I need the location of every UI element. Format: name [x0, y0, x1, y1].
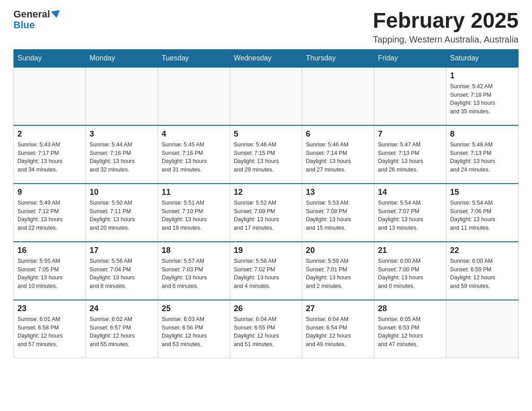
day-number: 8	[450, 129, 515, 139]
calendar-day-16: 16Sunrise: 5:55 AMSunset: 7:05 PMDayligh…	[14, 242, 86, 300]
header-thursday: Thursday	[302, 49, 374, 67]
calendar-header-row: SundayMondayTuesdayWednesdayThursdayFrid…	[14, 49, 519, 67]
day-info: Sunrise: 5:47 AMSunset: 7:13 PMDaylight:…	[378, 141, 442, 174]
calendar-day-8: 8Sunrise: 5:48 AMSunset: 7:13 PMDaylight…	[446, 125, 519, 184]
title-section: February 2025 Tapping, Western Australia…	[373, 9, 519, 45]
day-number: 27	[306, 304, 370, 313]
day-info: Sunrise: 6:00 AMSunset: 7:00 PMDaylight:…	[378, 257, 442, 291]
day-number: 23	[17, 304, 82, 313]
calendar-day-26: 26Sunrise: 6:04 AMSunset: 6:55 PMDayligh…	[230, 300, 302, 358]
day-info: Sunrise: 6:01 AMSunset: 6:58 PMDaylight:…	[17, 315, 82, 349]
day-info: Sunrise: 5:52 AMSunset: 7:09 PMDaylight:…	[234, 199, 298, 232]
day-number: 3	[90, 129, 154, 139]
calendar-day-9: 9Sunrise: 5:49 AMSunset: 7:12 PMDaylight…	[14, 184, 86, 242]
header-friday: Friday	[374, 49, 446, 67]
day-info: Sunrise: 5:58 AMSunset: 7:02 PMDaylight:…	[234, 257, 298, 291]
calendar-day-10: 10Sunrise: 5:50 AMSunset: 7:11 PMDayligh…	[86, 184, 158, 242]
calendar-day-24: 24Sunrise: 6:02 AMSunset: 6:57 PMDayligh…	[86, 300, 158, 358]
day-number: 20	[306, 246, 370, 255]
calendar-day-19: 19Sunrise: 5:58 AMSunset: 7:02 PMDayligh…	[230, 242, 302, 300]
calendar-day-20: 20Sunrise: 5:59 AMSunset: 7:01 PMDayligh…	[302, 242, 374, 300]
day-info: Sunrise: 6:05 AMSunset: 6:53 PMDaylight:…	[378, 315, 442, 349]
header-sunday: Sunday	[14, 49, 86, 67]
logo-general-text: General	[13, 9, 50, 20]
day-number: 28	[378, 304, 442, 313]
day-info: Sunrise: 5:50 AMSunset: 7:11 PMDaylight:…	[90, 199, 154, 232]
day-number: 7	[378, 129, 442, 139]
header-saturday: Saturday	[446, 49, 519, 67]
logo: General Blue	[13, 9, 62, 30]
calendar-day-empty	[230, 67, 302, 125]
logo-blue-text: Blue	[13, 19, 35, 30]
location-text: Tapping, Western Australia, Australia	[373, 34, 519, 45]
day-info: Sunrise: 5:54 AMSunset: 7:07 PMDaylight:…	[378, 199, 442, 232]
day-info: Sunrise: 5:54 AMSunset: 7:06 PMDaylight:…	[450, 199, 515, 232]
calendar-day-18: 18Sunrise: 5:57 AMSunset: 7:03 PMDayligh…	[158, 242, 230, 300]
day-info: Sunrise: 6:04 AMSunset: 6:54 PMDaylight:…	[306, 315, 370, 349]
day-number: 21	[378, 246, 442, 255]
calendar-day-28: 28Sunrise: 6:05 AMSunset: 6:53 PMDayligh…	[374, 300, 446, 358]
calendar-day-21: 21Sunrise: 6:00 AMSunset: 7:00 PMDayligh…	[374, 242, 446, 300]
calendar-day-12: 12Sunrise: 5:52 AMSunset: 7:09 PMDayligh…	[230, 184, 302, 242]
day-number: 6	[306, 129, 370, 139]
day-info: Sunrise: 5:55 AMSunset: 7:05 PMDaylight:…	[17, 257, 82, 291]
day-number: 5	[234, 129, 298, 139]
logo-triangle-icon	[51, 10, 61, 18]
day-number: 18	[162, 246, 226, 255]
day-number: 11	[162, 188, 226, 197]
calendar-day-empty	[446, 300, 519, 358]
calendar-day-7: 7Sunrise: 5:47 AMSunset: 7:13 PMDaylight…	[374, 125, 446, 184]
calendar-day-27: 27Sunrise: 6:04 AMSunset: 6:54 PMDayligh…	[302, 300, 374, 358]
calendar-day-17: 17Sunrise: 5:56 AMSunset: 7:04 PMDayligh…	[86, 242, 158, 300]
calendar-day-empty	[158, 67, 230, 125]
day-info: Sunrise: 5:56 AMSunset: 7:04 PMDaylight:…	[90, 257, 154, 291]
header-tuesday: Tuesday	[158, 49, 230, 67]
day-info: Sunrise: 5:53 AMSunset: 7:08 PMDaylight:…	[306, 199, 370, 232]
day-info: Sunrise: 5:42 AMSunset: 7:18 PMDaylight:…	[450, 82, 515, 116]
day-info: Sunrise: 5:44 AMSunset: 7:16 PMDaylight:…	[90, 141, 154, 174]
day-info: Sunrise: 5:48 AMSunset: 7:13 PMDaylight:…	[450, 141, 515, 174]
day-number: 17	[90, 246, 154, 255]
calendar-day-2: 2Sunrise: 5:43 AMSunset: 7:17 PMDaylight…	[14, 125, 86, 184]
calendar-day-4: 4Sunrise: 5:45 AMSunset: 7:16 PMDaylight…	[158, 125, 230, 184]
day-number: 12	[234, 188, 298, 197]
day-number: 10	[90, 188, 154, 197]
day-number: 25	[162, 304, 226, 313]
calendar-day-13: 13Sunrise: 5:53 AMSunset: 7:08 PMDayligh…	[302, 184, 374, 242]
calendar-day-15: 15Sunrise: 5:54 AMSunset: 7:06 PMDayligh…	[446, 184, 519, 242]
calendar-day-3: 3Sunrise: 5:44 AMSunset: 7:16 PMDaylight…	[86, 125, 158, 184]
header-monday: Monday	[86, 49, 158, 67]
day-info: Sunrise: 5:43 AMSunset: 7:17 PMDaylight:…	[17, 141, 82, 174]
day-number: 1	[450, 71, 515, 81]
calendar-day-empty	[86, 67, 158, 125]
day-number: 22	[450, 246, 515, 255]
calendar-day-22: 22Sunrise: 6:00 AMSunset: 6:59 PMDayligh…	[446, 242, 519, 300]
day-info: Sunrise: 6:00 AMSunset: 6:59 PMDaylight:…	[450, 257, 515, 291]
calendar-day-11: 11Sunrise: 5:51 AMSunset: 7:10 PMDayligh…	[158, 184, 230, 242]
day-info: Sunrise: 6:03 AMSunset: 6:56 PMDaylight:…	[162, 315, 226, 349]
day-number: 4	[162, 129, 226, 139]
calendar-day-empty	[302, 67, 374, 125]
calendar-week-2: 2Sunrise: 5:43 AMSunset: 7:17 PMDaylight…	[14, 125, 519, 184]
day-info: Sunrise: 5:51 AMSunset: 7:10 PMDaylight:…	[162, 199, 226, 232]
calendar-week-4: 16Sunrise: 5:55 AMSunset: 7:05 PMDayligh…	[14, 242, 519, 300]
calendar-day-5: 5Sunrise: 5:46 AMSunset: 7:15 PMDaylight…	[230, 125, 302, 184]
header-wednesday: Wednesday	[230, 49, 302, 67]
calendar-day-6: 6Sunrise: 5:46 AMSunset: 7:14 PMDaylight…	[302, 125, 374, 184]
day-number: 26	[234, 304, 298, 313]
day-info: Sunrise: 5:49 AMSunset: 7:12 PMDaylight:…	[17, 199, 82, 232]
day-info: Sunrise: 5:57 AMSunset: 7:03 PMDaylight:…	[162, 257, 226, 291]
day-number: 19	[234, 246, 298, 255]
calendar-week-3: 9Sunrise: 5:49 AMSunset: 7:12 PMDaylight…	[14, 184, 519, 242]
calendar-day-empty	[374, 67, 446, 125]
day-number: 16	[17, 246, 82, 255]
calendar-day-14: 14Sunrise: 5:54 AMSunset: 7:07 PMDayligh…	[374, 184, 446, 242]
calendar-week-1: 1Sunrise: 5:42 AMSunset: 7:18 PMDaylight…	[14, 67, 519, 125]
day-info: Sunrise: 6:02 AMSunset: 6:57 PMDaylight:…	[90, 315, 154, 349]
calendar-table: SundayMondayTuesdayWednesdayThursdayFrid…	[13, 49, 519, 359]
calendar-week-5: 23Sunrise: 6:01 AMSunset: 6:58 PMDayligh…	[14, 300, 519, 358]
calendar-day-1: 1Sunrise: 5:42 AMSunset: 7:18 PMDaylight…	[446, 67, 519, 125]
day-number: 24	[90, 304, 154, 313]
day-number: 13	[306, 188, 370, 197]
day-number: 2	[17, 129, 82, 139]
